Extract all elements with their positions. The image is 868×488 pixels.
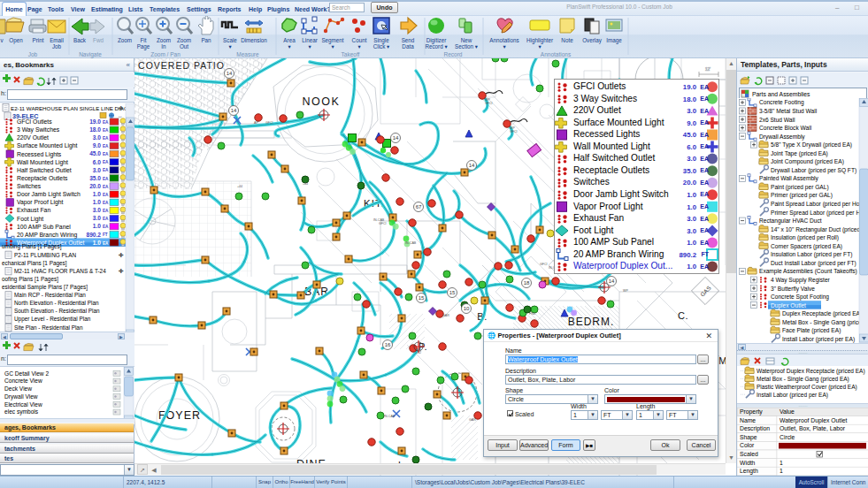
svg-text:Scaled: Scaled [740, 451, 758, 457]
svg-text:18: 18 [524, 280, 530, 286]
svg-text:↔: ↔ [118, 113, 123, 118]
svg-text:Image: Image [606, 37, 622, 44]
svg-text:Joint Tape (priced EA): Joint Tape (priced EA) [771, 150, 828, 157]
svg-text:Open: Open [9, 37, 23, 44]
svg-text:220V Outlet: 220V Outlet [17, 134, 49, 141]
svg-text:Switches: Switches [17, 183, 42, 189]
svg-text:GAR: GAR [442, 314, 449, 317]
svg-text:18.0: 18.0 [89, 126, 101, 133]
svg-text:2x6 Stud Wall: 2x6 Stud Wall [759, 117, 795, 123]
svg-text:Record: Record [444, 51, 463, 57]
svg-text:Duplex Outlet: Duplex Outlet [771, 302, 806, 309]
svg-text:14" x 10" Rectangular Duct (pr: 14" x 10" Rectangular Duct (priced per [771, 226, 868, 233]
svg-text:Concrete Footing: Concrete Footing [759, 99, 804, 106]
svg-text:E2-11 WAREHOUSE PLAN SINGLE LI: E2-11 WAREHOUSE PLAN SINGLE LINE DIAGR [11, 105, 133, 111]
svg-text:North Elevation - Residential: North Elevation - Residential Plan [14, 300, 99, 306]
svg-text:100 AMP Sub Panel: 100 AMP Sub Panel [17, 224, 71, 230]
svg-text:GAS: GAS [699, 285, 712, 298]
svg-text:Exhaust Fan: Exhaust Fan [17, 207, 50, 213]
svg-text:IN-CAB: IN-CAB [405, 241, 417, 245]
svg-text:Site Plan - Residential Plan: Site Plan - Residential Plan [14, 324, 83, 331]
svg-text:Metal Box - Single Gang (price: Metal Box - Single Gang (priced EA) [782, 319, 868, 326]
svg-text:Concrete Block Wall: Concrete Block Wall [759, 125, 812, 131]
svg-text:890.2: 890.2 [86, 232, 101, 238]
svg-text:▾: ▾ [357, 43, 361, 50]
svg-text:Annotations: Annotations [541, 51, 572, 57]
svg-text:Drywall Assembly: Drywall Assembly [759, 133, 805, 141]
svg-text:15: 15 [419, 295, 425, 301]
svg-text:1: 1 [780, 460, 783, 466]
svg-text:35.0: 35.0 [89, 175, 101, 181]
svg-text:Drywall View: Drywall View [4, 393, 38, 400]
svg-text:20 AMP Branch Wiring: 20 AMP Branch Wiring [17, 232, 77, 239]
svg-text:Install Labor (priced per EA): Install Labor (priced per EA) [757, 392, 828, 399]
svg-text:+44: +44 [237, 185, 242, 188]
svg-text:Plastic Weatherproof Cover (pr: Plastic Weatherproof Cover (priced EA) [757, 384, 857, 391]
svg-text:Count: Count [352, 37, 367, 43]
svg-text:14: 14 [469, 163, 475, 168]
svg-text:45.0: 45.0 [89, 150, 101, 156]
svg-text:Send: Send [402, 37, 415, 43]
svg-text:EA: EA [103, 168, 109, 172]
svg-text:Pan: Pan [201, 37, 211, 43]
svg-text:GFCI: GFCI [540, 263, 548, 266]
svg-text:EA: EA [103, 144, 109, 149]
svg-text:GC Detail View 2: GC Detail View 2 [4, 370, 49, 377]
svg-text:Rectangular HVAC Duct: Rectangular HVAC Duct [759, 217, 822, 225]
svg-text:GFCI: GFCI [265, 121, 273, 125]
svg-text:Primer (priced per GAL): Primer (priced per GAL) [771, 192, 833, 199]
svg-text:Upper Level - Residential Plan: Upper Level - Residential Plan [14, 316, 91, 323]
svg-text:Back: Back [73, 37, 87, 43]
svg-text:Waterproof Duplex Receptacle (: Waterproof Duplex Receptacle (priced EA) [757, 368, 865, 375]
svg-text:IN-CAB: IN-CAB [384, 415, 396, 418]
svg-text:Fwd: Fwd [93, 37, 104, 43]
svg-text:Duct Install Labor (priced per: Duct Install Labor (priced per FT) [771, 260, 856, 267]
svg-text:+12: +12 [416, 351, 421, 355]
svg-text:20.0: 20.0 [89, 183, 101, 189]
svg-text:Width: Width [740, 460, 756, 466]
svg-text:EA: EA [103, 120, 109, 125]
svg-text:5/8" Type X Drywall (priced EA: 5/8" Type X Drywall (priced EA) [771, 141, 852, 149]
svg-text:Email: Email [50, 37, 64, 43]
svg-text:Value: Value [780, 408, 795, 415]
svg-text:Job: Job [28, 51, 38, 57]
svg-text:New: New [461, 37, 472, 43]
svg-text:M2-11 HVAC FLOOR PLANS & T-24: M2-11 HVAC FLOOR PLANS & T-24 [14, 268, 106, 274]
svg-text:3" Butterfly Valve: 3" Butterfly Valve [771, 286, 815, 293]
svg-text:AP: AP [254, 121, 258, 125]
svg-text:67: 67 [416, 204, 422, 210]
svg-text:Face Plate (priced EA): Face Plate (priced EA) [782, 327, 841, 334]
svg-text:▾: ▾ [538, 43, 542, 50]
svg-text:Half Switched Outlet: Half Switched Outlet [17, 167, 72, 173]
svg-text:Page: Page [137, 43, 150, 50]
svg-text:Vapor Proof Light: Vapor Proof Light [17, 199, 64, 206]
svg-text:Dimension: Dimension [241, 37, 267, 43]
svg-text:Painted Wall Assembly: Painted Wall Assembly [759, 175, 819, 182]
svg-text:Surface Mounted Light: Surface Mounted Light [17, 142, 78, 149]
svg-text:FT: FT [103, 233, 108, 237]
svg-text:Wall Mounted Light: Wall Mounted Light [17, 159, 68, 166]
svg-text:COVERED PATIO: COVERED PATIO [138, 60, 225, 71]
svg-text:Waterproof Duplex Outlet: Waterproof Duplex Outlet [780, 417, 848, 424]
svg-text:Shape: Shape [740, 434, 757, 441]
svg-text:Description: Description [740, 425, 770, 432]
svg-text:Length: Length [740, 468, 758, 475]
svg-text:EA: EA [103, 209, 109, 213]
svg-text:Linear: Linear [302, 37, 318, 43]
svg-text:Note: Note [561, 37, 573, 43]
svg-text:Paint Spread Labor (priced per: Paint Spread Labor (priced per Hour) [771, 201, 867, 208]
svg-text:elec symbols: elec symbols [4, 408, 39, 416]
svg-text:GFCI Outlets: GFCI Outlets [17, 118, 52, 125]
svg-text:WP: WP [623, 289, 628, 293]
svg-text:Click ▾: Click ▾ [373, 43, 390, 50]
svg-text:EA: EA [103, 136, 109, 141]
svg-text:Concrete Spot Footing: Concrete Spot Footing [771, 294, 829, 301]
svg-text:Metal Box - Single Gang (price: Metal Box - Single Gang (priced EA) [757, 376, 849, 383]
svg-text:EA: EA [103, 217, 109, 221]
svg-text:1: 1 [780, 468, 783, 474]
svg-text:+44: +44 [303, 182, 308, 186]
svg-text:Name: Name [740, 417, 756, 423]
svg-text:Joint Compound (priced EA): Joint Compound (priced EA) [771, 158, 844, 165]
svg-text:1.0: 1.0 [93, 199, 101, 205]
svg-text:Parts and Assemblies: Parts and Assemblies [752, 91, 810, 97]
